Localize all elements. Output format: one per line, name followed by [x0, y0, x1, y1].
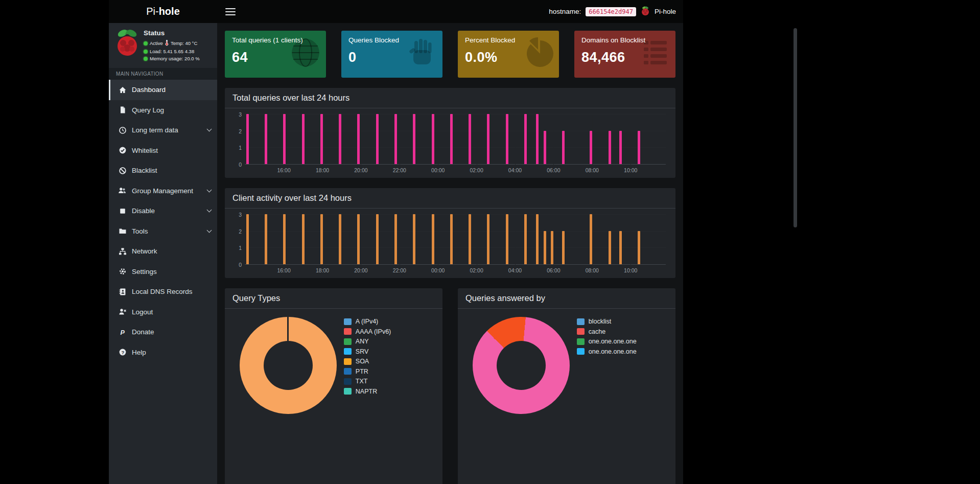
panel-query-types: Query Types A (IPv4) AAAA (IPv6) ANY SRV… — [225, 288, 442, 484]
legend-label: ANY — [356, 338, 369, 345]
panel-header: Query Types — [225, 288, 442, 309]
sidebar-item-long-term-data[interactable]: Long term data — [109, 120, 217, 141]
panel-title: Total queries over last 24 hours — [232, 93, 668, 103]
legend-item[interactable]: one.one.one.one — [577, 338, 668, 345]
status-load-label: Load: 5.41 5.65 4.38 — [150, 49, 194, 54]
legend-swatch — [344, 378, 352, 385]
legend-label: PTR — [356, 368, 368, 375]
folder-icon — [118, 227, 127, 235]
panel-queries-answered-by: Queries answered by blocklist cache one.… — [458, 288, 675, 484]
legend-item[interactable]: ANY — [344, 338, 435, 345]
client-activity-bar-chart: 0123 16:0018:0020:0022:0000:0002:0004:00… — [232, 215, 668, 274]
legend-label: one.one.one.one — [589, 348, 637, 355]
sidebar-item-whitelist[interactable]: Whitelist — [109, 141, 217, 161]
sidebar-toggle-button[interactable] — [225, 8, 236, 15]
status-ok-dot-icon — [144, 41, 148, 45]
logout-icon — [118, 308, 127, 316]
sidebar-item-help[interactable]: ? Help — [109, 342, 217, 363]
screen: Pi-hole hostname: 666154e2d947 Pi-hole — [0, 0, 980, 484]
sidebar-item-label: Tools — [132, 227, 202, 235]
sidebar-item-label: Donate — [132, 328, 211, 336]
legend-swatch — [344, 388, 352, 395]
main-header: Pi-hole hostname: 666154e2d947 Pi-hole — [109, 0, 683, 23]
queries-answered-by-donut-chart — [473, 317, 570, 414]
chevron-down-icon — [207, 208, 212, 213]
card-domains-on-blocklist: Domains on Blocklist 84,466 — [574, 31, 675, 78]
sidebar-item-tools[interactable]: Tools — [109, 221, 217, 242]
home-icon — [118, 86, 127, 94]
sidebar-item-network[interactable]: Network — [109, 241, 217, 262]
legend-label: A (IPv4) — [356, 318, 378, 325]
bottom-panels-row: Query Types A (IPv4) AAAA (IPv6) ANY SRV… — [225, 288, 675, 484]
top-navbar: hostname: 666154e2d947 Pi-hole — [217, 0, 683, 23]
scrollbar-thumb[interactable] — [794, 28, 797, 227]
legend-item[interactable]: SOA — [344, 358, 435, 365]
legend-label: SRV — [356, 348, 368, 355]
card-value: 0.0% — [465, 50, 552, 65]
legend-item[interactable]: TXT — [344, 378, 435, 385]
sidebar-item-local-dns-records[interactable]: Local DNS Records — [109, 282, 217, 302]
legend-item[interactable]: PTR — [344, 368, 435, 375]
status-panel: Status Active Temp: 40 °C Load: 5.41 5.6… — [109, 23, 217, 68]
card-total-queries: Total queries (1 clients) 64 — [225, 31, 326, 78]
sidebar-menu: Dashboard Query Log Long term data White… — [109, 80, 217, 362]
main-content: Total queries (1 clients) 64 Queries Blo… — [217, 23, 683, 484]
status-text: Status Active Temp: 40 °C Load: 5.41 5.6… — [144, 28, 200, 63]
donut-wrap — [232, 316, 344, 414]
status-memory-line: Memory usage: 20.0 % — [144, 56, 200, 61]
sidebar-item-dashboard[interactable]: Dashboard — [109, 80, 217, 100]
sidebar-item-logout[interactable]: Logout — [109, 302, 217, 322]
brand-label: Pi-hole — [655, 8, 676, 15]
card-label: Queries Blocked — [348, 36, 435, 44]
sidebar-item-label: Network — [132, 247, 211, 255]
sidebar-item-settings[interactable]: Settings — [109, 262, 217, 282]
clock-icon — [118, 126, 127, 134]
legend-item[interactable]: NAPTR — [344, 388, 435, 395]
legend-item[interactable]: one.one.one.one — [577, 348, 668, 355]
sidebar-item-label: Query Log — [132, 106, 211, 114]
panel-total-queries: Total queries over last 24 hours 0123 16… — [225, 88, 675, 178]
legend-item[interactable]: AAAA (IPv6) — [344, 328, 435, 335]
legend-swatch — [344, 318, 352, 325]
thermometer-icon — [165, 39, 169, 47]
pihole-admin-app: Pi-hole hostname: 666154e2d947 Pi-hole — [109, 0, 683, 484]
hostname-label: hostname: — [549, 8, 581, 15]
status-memory-label: Memory usage: 20.0 % — [150, 56, 200, 61]
donut-wrap — [465, 316, 577, 414]
network-icon — [118, 247, 127, 256]
sidebar-item-label: Blacklist — [132, 167, 211, 174]
legend-item[interactable]: A (IPv4) — [344, 318, 435, 325]
panel-header: Client activity over last 24 hours — [225, 188, 675, 209]
sidebar-item-donate[interactable]: P Donate — [109, 322, 217, 342]
panel-body: A (IPv4) AAAA (IPv6) ANY SRV SOA PTR TXT… — [225, 309, 442, 421]
status-temp-label: Temp: 40 °C — [171, 40, 197, 46]
legend-item[interactable]: cache — [577, 328, 668, 335]
sidebar-item-blacklist[interactable]: Blacklist — [109, 160, 217, 181]
chart-plot-area: 0123 — [245, 215, 666, 265]
legend-item[interactable]: blocklist — [577, 318, 668, 325]
legend-item[interactable]: SRV — [344, 348, 435, 355]
total-queries-bar-chart: 0123 16:0018:0020:0022:0000:0002:0004:00… — [232, 114, 668, 174]
sidebar-item-label: Disable — [132, 207, 202, 215]
legend-swatch — [344, 348, 352, 355]
logo-text-light: Pi- — [146, 6, 158, 17]
legend-swatch — [577, 348, 585, 355]
status-active-label: Active — [150, 40, 163, 46]
sidebar-item-query-log[interactable]: Query Log — [109, 100, 217, 121]
status-load-line: Load: 5.41 5.65 4.38 — [144, 49, 200, 54]
panel-body: blocklist cache one.one.one.one one.one.… — [458, 309, 675, 421]
query-types-legend: A (IPv4) AAAA (IPv6) ANY SRV SOA PTR TXT… — [344, 316, 435, 414]
panel-body: 0123 16:0018:0020:0022:0000:0002:0004:00… — [225, 108, 675, 178]
users-icon — [118, 187, 127, 195]
card-percent-blocked: Percent Blocked 0.0% — [458, 31, 559, 78]
app-logo[interactable]: Pi-hole — [109, 0, 217, 23]
sidebar-item-label: Dashboard — [132, 86, 211, 94]
sidebar-item-disable[interactable]: Disable — [109, 201, 217, 221]
gears-icon — [118, 267, 127, 275]
card-value: 84,466 — [581, 50, 668, 65]
svg-text:P: P — [120, 329, 125, 336]
sidebar-item-group-management[interactable]: Group Management — [109, 181, 217, 201]
sidebar: Status Active Temp: 40 °C Load: 5.41 5.6… — [109, 23, 217, 484]
chevron-down-icon — [207, 227, 212, 233]
card-queries-blocked: Queries Blocked 0 — [341, 31, 442, 78]
